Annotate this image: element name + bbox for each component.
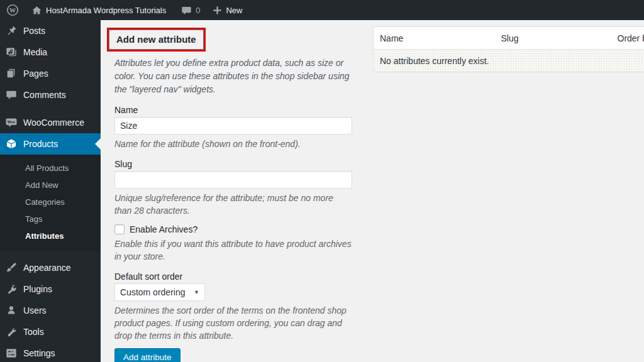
sidebar-item-label: Comments	[23, 90, 66, 100]
attributes-table-panel: Name Slug Order by No attributes current…	[373, 26, 644, 72]
sidebar-item-pages[interactable]: Pages	[0, 63, 101, 84]
woocommerce-icon: Woo	[5, 116, 18, 129]
admin-sidebar: Posts Media Pages Comments Woo WooCommer…	[0, 20, 101, 362]
site-menu[interactable]: HostArmada Wordpress Tutorials	[25, 0, 172, 20]
sidebar-item-label: Posts	[23, 26, 45, 36]
add-attribute-button[interactable]: Add attribute	[114, 348, 180, 362]
sidebar-item-woocommerce[interactable]: Woo WooCommerce	[0, 112, 101, 133]
pages-icon	[5, 67, 18, 80]
sidebar-item-posts[interactable]: Posts	[0, 20, 101, 41]
media-icon	[5, 46, 18, 58]
submenu-item-tags[interactable]: Tags	[0, 211, 101, 228]
sidebar-item-appearance[interactable]: Appearance	[0, 257, 101, 278]
add-attribute-form: Add new attribute Attributes let you def…	[114, 28, 352, 362]
menu-separator	[0, 106, 101, 112]
enable-archives-row: Enable Archives?	[114, 224, 352, 234]
column-header-order-by[interactable]: Order by	[611, 27, 644, 50]
site-name: HostArmada Wordpress Tutorials	[46, 6, 166, 15]
sidebar-item-label: Appearance	[23, 263, 71, 273]
empty-message: No attributes currently exist.	[374, 50, 644, 72]
name-field-help: Name for the attribute (shown on the fro…	[114, 138, 352, 150]
products-submenu: All Products Add New Categories Tags Att…	[0, 155, 101, 251]
section-description: Attributes let you define extra product …	[114, 57, 352, 96]
wordpress-logo-menu[interactable]: W	[0, 0, 25, 20]
settings-sliders-icon	[5, 347, 18, 359]
table-empty-row: No attributes currently exist.	[374, 50, 644, 72]
annotation-highlight-box: Add new attribute	[107, 28, 206, 52]
column-header-slug[interactable]: Slug	[495, 27, 611, 50]
attributes-table: Name Slug Order by No attributes current…	[373, 26, 644, 72]
products-cube-icon	[5, 138, 18, 150]
sidebar-item-tools[interactable]: Tools	[0, 321, 101, 343]
sidebar-item-label: Tools	[23, 327, 44, 337]
slug-field-help: Unique slug/reference for the attribute;…	[114, 192, 352, 217]
submenu-item-add-new[interactable]: Add New	[0, 177, 101, 194]
slug-input[interactable]	[114, 171, 352, 189]
comments-shortcut[interactable]: 0	[175, 0, 206, 20]
sidebar-item-label: Plugins	[23, 284, 52, 294]
main-content: Add new attribute Attributes let you def…	[101, 20, 644, 362]
sort-order-select-wrap: Custom ordering ▼	[114, 283, 205, 301]
home-icon	[31, 5, 42, 16]
sidebar-item-label: Media	[23, 47, 47, 57]
sidebar-item-users[interactable]: Users	[0, 300, 101, 321]
sort-order-select[interactable]: Custom ordering	[114, 283, 205, 301]
sidebar-item-comments[interactable]: Comments	[0, 84, 101, 106]
paintbrush-icon	[5, 261, 18, 274]
sidebar-item-label: Products	[23, 139, 58, 149]
sidebar-item-plugins[interactable]: Plugins	[0, 278, 101, 300]
sidebar-item-products[interactable]: Products	[0, 133, 101, 155]
table-header-row: Name Slug Order by	[374, 27, 644, 50]
new-label: New	[226, 6, 242, 15]
plus-icon	[213, 6, 222, 15]
sidebar-item-label: Pages	[23, 69, 48, 79]
admin-bar: W HostArmada Wordpress Tutorials 0 New	[0, 0, 644, 20]
comment-bubble-icon	[181, 5, 192, 16]
user-icon	[5, 304, 18, 317]
sidebar-item-label: Settings	[23, 348, 55, 358]
comments-icon	[5, 89, 18, 101]
submenu-item-attributes[interactable]: Attributes	[0, 228, 101, 244]
wrench-icon	[5, 326, 18, 338]
svg-text:W: W	[9, 7, 16, 14]
submenu-item-categories[interactable]: Categories	[0, 194, 101, 211]
section-heading: Add new attribute	[116, 34, 196, 45]
woo-badge-text: Woo	[8, 120, 15, 124]
new-content-menu[interactable]: New	[206, 0, 248, 20]
current-menu-arrow	[95, 138, 101, 150]
pin-icon	[5, 25, 18, 37]
sort-order-help: Determines the sort order of the terms o…	[114, 304, 352, 342]
wordpress-logo-icon: W	[6, 4, 19, 16]
sidebar-item-settings[interactable]: Settings	[0, 343, 101, 362]
enable-archives-checkbox[interactable]	[114, 224, 125, 234]
menu-separator	[0, 251, 101, 257]
sort-order-label: Default sort order	[114, 272, 352, 282]
enable-archives-label[interactable]: Enable Archives?	[130, 224, 197, 234]
name-input[interactable]	[114, 117, 352, 134]
submenu-item-all-products[interactable]: All Products	[0, 160, 101, 177]
sidebar-item-media[interactable]: Media	[0, 41, 101, 63]
comment-count: 0	[196, 6, 200, 15]
plug-icon	[5, 283, 18, 295]
sidebar-item-label: Users	[23, 305, 47, 315]
slug-field-label: Slug	[114, 159, 352, 169]
name-field-label: Name	[114, 105, 352, 115]
column-header-name[interactable]: Name	[374, 27, 495, 50]
enable-archives-help: Enable this if you want this attribute t…	[114, 238, 352, 263]
sidebar-item-label: WooCommerce	[23, 118, 84, 128]
